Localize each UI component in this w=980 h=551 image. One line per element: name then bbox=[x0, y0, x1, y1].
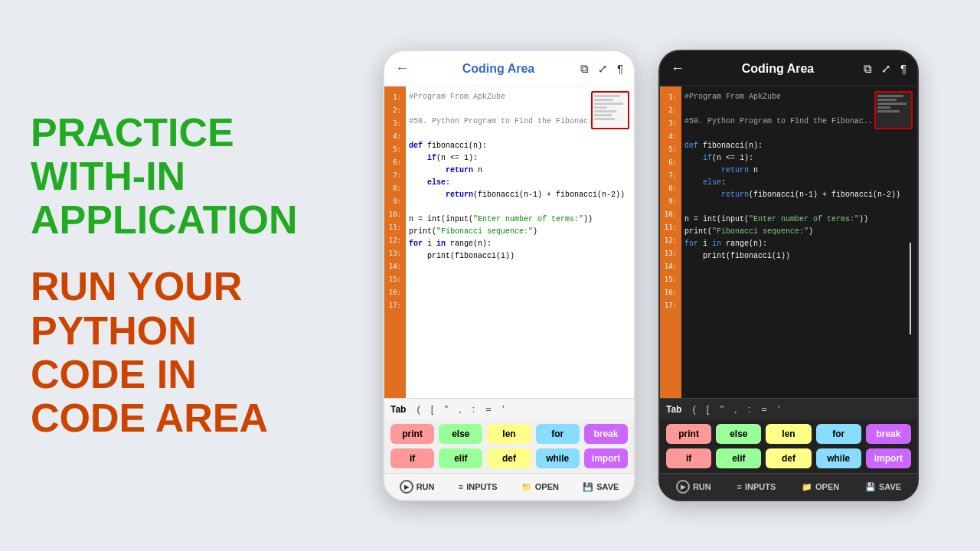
ln3: 3: bbox=[386, 117, 404, 129]
sym-paren-light[interactable]: ( bbox=[416, 403, 420, 415]
bottom-bar-light: ▶ RUN ≡ INPUTS 📁 OPEN 💾 SAVE bbox=[384, 473, 634, 500]
kw-print-light[interactable]: print bbox=[390, 424, 434, 444]
minimap-light bbox=[591, 91, 629, 129]
sym-apos-light[interactable]: ' bbox=[502, 403, 504, 415]
kw-else-light[interactable]: else bbox=[439, 424, 482, 444]
sym-quote-light[interactable]: " bbox=[444, 403, 448, 415]
bottom-bar-dark: ▶ RUN ≡ INPUTS 📁 OPEN 💾 SAVE bbox=[660, 473, 917, 500]
code-line-9: return(fibonacci(n-1) + fibonacci(n-2)) bbox=[409, 189, 631, 201]
code-line-15 bbox=[409, 262, 631, 275]
code-area-dark[interactable]: 1: 2: 3: 4: 5: 6: 7: 8: 9: 10: 11: 12: 1… bbox=[660, 86, 917, 398]
headline-line6: CODE IN bbox=[31, 353, 291, 396]
dcode-line-15 bbox=[684, 262, 914, 275]
kw-print-dark[interactable]: print bbox=[666, 424, 711, 444]
headline-line3: APPLICATION bbox=[31, 198, 291, 242]
dcode-line-8: else: bbox=[684, 177, 914, 189]
run-icon-light: ▶ bbox=[400, 480, 413, 494]
phone-dark: ← Coding Area ⧉ ⤢ ¶ 1: 2: 3: 4: 5: 6: 7:… bbox=[658, 50, 919, 501]
dcode-line-17 bbox=[684, 287, 914, 299]
dln5: 5: bbox=[662, 143, 680, 155]
sym-bracket-light[interactable]: [ bbox=[431, 403, 434, 415]
run-button-dark[interactable]: ▶ RUN bbox=[676, 480, 711, 494]
cursor-line-dark bbox=[910, 243, 911, 334]
code-line-14: print(fibonacci(i)) bbox=[409, 250, 631, 262]
dcode-line-5: def fibonacci(n): bbox=[684, 140, 914, 152]
kw-break-light[interactable]: break bbox=[584, 424, 628, 444]
sym-bracket-dark[interactable]: [ bbox=[707, 403, 710, 415]
kw-elif-light[interactable]: elif bbox=[439, 448, 482, 468]
dln12: 12: bbox=[662, 234, 680, 246]
sym-apos-dark[interactable]: ' bbox=[778, 403, 779, 415]
save-label-dark: SAVE bbox=[879, 482, 901, 491]
copy-icon-light[interactable]: ⧉ bbox=[580, 62, 589, 76]
back-button-dark[interactable]: ← bbox=[671, 60, 684, 77]
format-icon-dark[interactable]: ¶ bbox=[900, 62, 906, 75]
headline-line7: CODE AREA bbox=[31, 396, 291, 440]
dcode-line-13: for i in range(n): bbox=[684, 238, 914, 250]
kw-import-light[interactable]: import bbox=[584, 448, 628, 468]
header-icons-dark: ⧉ ⤢ ¶ bbox=[864, 62, 906, 76]
minimap-dark bbox=[874, 91, 913, 129]
kw-len-dark[interactable]: len bbox=[766, 424, 811, 444]
open-icon-light: 📁 bbox=[521, 482, 532, 492]
kw-while-dark[interactable]: while bbox=[816, 448, 861, 468]
save-button-light[interactable]: 💾 SAVE bbox=[583, 482, 619, 492]
back-button-light[interactable]: ← bbox=[395, 60, 409, 77]
kw-import-dark[interactable]: import bbox=[866, 448, 911, 468]
dln16: 16: bbox=[662, 286, 680, 298]
kw-for-dark[interactable]: for bbox=[816, 424, 861, 444]
kw-def-light[interactable]: def bbox=[487, 448, 531, 468]
code-content-light[interactable]: #Program From ApkZube #50. Python Progra… bbox=[406, 86, 634, 398]
headline-run: RUN YOUR PYTHON CODE IN CODE AREA bbox=[31, 265, 291, 440]
save-button-dark[interactable]: 💾 SAVE bbox=[865, 482, 901, 492]
dln1: 1: bbox=[662, 91, 680, 103]
dln8: 8: bbox=[662, 182, 680, 194]
inputs-button-dark[interactable]: ≡ INPUTS bbox=[737, 482, 776, 491]
kw-while-light[interactable]: while bbox=[536, 448, 580, 468]
code-line-7: return n bbox=[409, 165, 631, 177]
share-icon-dark[interactable]: ⤢ bbox=[881, 62, 891, 76]
sym-equals-dark[interactable]: = bbox=[761, 403, 767, 415]
sym-paren-dark[interactable]: ( bbox=[692, 403, 695, 415]
format-icon-light[interactable]: ¶ bbox=[617, 62, 623, 75]
dcode-line-9: return(fibonacci(n-1) + fibonacci(n-2)) bbox=[684, 189, 914, 201]
toolbar-light: Tab ( [ " , : = ' bbox=[384, 398, 634, 419]
dcode-line-6: if(n <= 1): bbox=[684, 152, 914, 165]
ln15: 15: bbox=[386, 273, 404, 285]
copy-icon-dark[interactable]: ⧉ bbox=[864, 62, 872, 76]
dln14: 14: bbox=[662, 260, 680, 272]
ln17: 17: bbox=[386, 299, 404, 311]
phone-light-header: ← Coding Area ⧉ ⤢ ¶ bbox=[384, 51, 634, 86]
ln6: 6: bbox=[386, 156, 404, 168]
kw-if-light[interactable]: if bbox=[390, 448, 434, 468]
run-button-light[interactable]: ▶ RUN bbox=[400, 480, 435, 494]
open-button-light[interactable]: 📁 OPEN bbox=[521, 482, 559, 492]
sym-comma-light[interactable]: , bbox=[459, 403, 462, 415]
sym-comma-dark[interactable]: , bbox=[734, 403, 737, 415]
sym-equals-light[interactable]: = bbox=[485, 403, 492, 415]
sym-quote-dark[interactable]: " bbox=[720, 403, 724, 415]
toolbar-dark: Tab ( [ " , : = ' bbox=[660, 398, 917, 419]
sym-colon-light[interactable]: : bbox=[472, 403, 475, 415]
kw-for-light[interactable]: for bbox=[536, 424, 580, 444]
tab-label-light[interactable]: Tab bbox=[390, 404, 406, 415]
kw-if-dark[interactable]: if bbox=[666, 448, 711, 468]
keyword-row1-dark: print else len for break bbox=[660, 419, 917, 448]
sym-colon-dark[interactable]: : bbox=[748, 403, 751, 415]
kw-break-dark[interactable]: break bbox=[866, 424, 911, 444]
open-button-dark[interactable]: 📁 OPEN bbox=[802, 482, 839, 492]
code-content-dark[interactable]: #Program From ApkZube #50. Python Progra… bbox=[681, 86, 917, 398]
tab-label-dark[interactable]: Tab bbox=[666, 404, 681, 415]
kw-len-light[interactable]: len bbox=[487, 424, 531, 444]
kw-elif-dark[interactable]: elif bbox=[716, 448, 761, 468]
inputs-button-light[interactable]: ≡ INPUTS bbox=[459, 482, 498, 491]
run-label-dark: RUN bbox=[693, 482, 711, 491]
code-area-light[interactable]: 1: 2: 3: 4: 5: 6: 7: 8: 9: 10: 11: 12: 1… bbox=[384, 86, 634, 398]
keyword-row2-light: if elif def while import bbox=[384, 448, 634, 473]
kw-def-dark[interactable]: def bbox=[766, 448, 811, 468]
share-icon-light[interactable]: ⤢ bbox=[598, 62, 608, 76]
header-icons-light: ⧉ ⤢ ¶ bbox=[580, 62, 623, 76]
code-line-11: n = int(input("Enter number of terms:")) bbox=[409, 214, 631, 226]
kw-else-dark[interactable]: else bbox=[716, 424, 761, 444]
inputs-label-light: INPUTS bbox=[466, 482, 497, 491]
